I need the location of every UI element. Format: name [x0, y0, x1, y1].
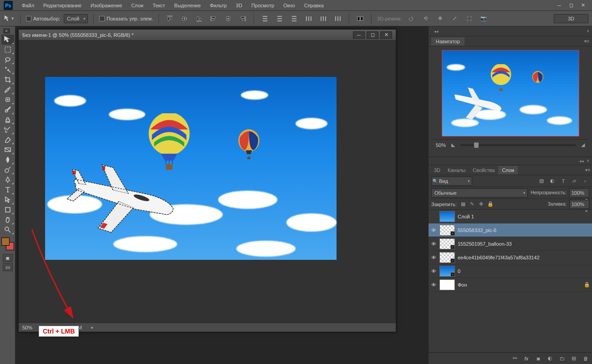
layer-name[interactable]: 0 — [458, 268, 590, 274]
shape-tool[interactable] — [1, 205, 14, 215]
zoom-in-icon[interactable]: ◢ — [581, 142, 585, 148]
window-restore-icon[interactable]: ◻ — [566, 2, 577, 9]
quick-mask-toggle[interactable]: ◙ — [3, 254, 13, 262]
menu-Выделение[interactable]: Выделение — [170, 1, 205, 10]
filter-adjustment-icon[interactable]: ◐ — [548, 177, 556, 185]
distribute-left-icon[interactable] — [303, 13, 314, 24]
layer-thumbnail[interactable]: ▫ — [439, 266, 455, 277]
align-bottom-icon[interactable] — [194, 13, 204, 24]
layer-name[interactable]: 555058333_pic-6 — [458, 228, 590, 233]
align-right-icon[interactable] — [237, 13, 248, 24]
visibility-toggle-icon[interactable]: 👁 — [430, 241, 437, 247]
document-titlebar[interactable]: Без имени-1 @ 50% (555058333_pic-6, RGB/… — [19, 30, 396, 40]
filter-smart-icon[interactable]: ▫ — [581, 177, 589, 185]
align-top-icon[interactable] — [164, 13, 175, 24]
menu-Окно[interactable]: Окно — [279, 1, 300, 10]
lock-position-icon[interactable]: ✥ — [478, 201, 485, 208]
marquee-tool[interactable] — [1, 45, 14, 55]
menu-Файл[interactable]: Файл — [17, 1, 39, 10]
visibility-toggle-icon[interactable]: 👁 — [430, 227, 437, 233]
lasso-tool[interactable] — [1, 55, 14, 65]
zoom-level[interactable]: 50% — [22, 325, 32, 330]
filter-shape-icon[interactable]: ▱ — [570, 177, 578, 185]
hand-tool[interactable] — [1, 215, 14, 225]
window-minimize-icon[interactable]: ─ — [554, 2, 565, 9]
layer-mask-icon[interactable]: ◙ — [535, 355, 542, 362]
3d-camera-icon[interactable]: 📷 — [478, 13, 489, 24]
blend-mode-dropdown[interactable]: Обычные — [431, 188, 528, 197]
brush-tool[interactable] — [1, 105, 14, 115]
menu-Слои[interactable]: Слои — [127, 1, 148, 10]
show-transform-checkbox[interactable]: Показать упр. элем. — [99, 16, 153, 21]
layer-row[interactable]: 👁▫ee4ce41b6049fe71f43a57af8a33142 — [429, 251, 592, 264]
distribute-hcenter-icon[interactable] — [318, 13, 329, 24]
eyedropper-tool[interactable] — [1, 85, 14, 95]
layer-thumbnail[interactable]: ▫ — [439, 238, 455, 249]
quick-select-tool[interactable] — [1, 65, 14, 75]
link-layers-icon[interactable]: ⚯ — [511, 355, 518, 362]
panel-tab-Слои[interactable]: Слои — [498, 166, 518, 174]
gradient-tool[interactable] — [1, 145, 14, 155]
status-arrow-icon[interactable]: ▸ — [91, 324, 94, 330]
panel-collapse-icon[interactable]: ◂◂ — [434, 29, 439, 34]
healing-brush-tool[interactable] — [1, 95, 14, 105]
move-tool-icon[interactable]: ▾ — [4, 13, 15, 24]
fill-input[interactable]: 100% — [569, 200, 589, 209]
layer-group-dropdown[interactable]: Слой — [64, 14, 88, 23]
3d-roll-icon[interactable]: ⟲ — [420, 13, 431, 24]
distribute-vcenter-icon[interactable] — [274, 13, 285, 24]
window-close-icon[interactable]: ✕ — [577, 2, 588, 9]
layer-thumbnail[interactable] — [439, 211, 455, 222]
distribute-top-icon[interactable] — [260, 13, 270, 24]
layer-fx-icon[interactable]: fx — [523, 355, 530, 362]
screen-mode-toggle[interactable]: ▭ — [3, 263, 13, 271]
3d-slide-icon[interactable]: ⤢ — [449, 13, 460, 24]
layers-panel-menu-icon[interactable]: ▾≡ — [585, 167, 590, 172]
menu-Справка[interactable]: Справка — [300, 1, 328, 10]
type-tool[interactable] — [1, 185, 14, 195]
color-swatches[interactable] — [1, 238, 14, 250]
visibility-toggle-icon[interactable]: 👁 — [430, 282, 437, 288]
zoom-out-icon[interactable]: ◣ — [451, 142, 455, 148]
visibility-toggle-icon[interactable] — [430, 213, 437, 220]
menu-3D[interactable]: 3D — [231, 1, 247, 10]
navigator-menu-icon[interactable]: ▾≡ — [584, 39, 589, 44]
doc-close-icon[interactable]: ✕ — [380, 31, 392, 39]
panel-tab-Свойства[interactable]: Свойства — [469, 166, 498, 174]
align-left-icon[interactable] — [208, 13, 219, 24]
lock-pixels-icon[interactable]: ✎ — [469, 201, 476, 208]
menu-Фильтр[interactable]: Фильтр — [205, 1, 231, 10]
doc-maximize-icon[interactable]: ◻ — [367, 31, 378, 39]
clone-stamp-tool[interactable] — [1, 115, 14, 125]
layer-filter-dropdown[interactable]: Вид — [431, 177, 472, 186]
blur-tool[interactable] — [1, 155, 14, 165]
crop-tool[interactable] — [1, 75, 14, 85]
new-layer-icon[interactable]: ▤ — [570, 355, 577, 362]
layer-name[interactable]: Слой 1 — [458, 214, 590, 219]
visibility-toggle-icon[interactable]: 👁 — [430, 254, 437, 261]
dodge-tool[interactable] — [1, 165, 14, 175]
layer-name[interactable]: 1552501957_balloon-33 — [458, 241, 590, 247]
navigator-zoom-value[interactable]: 50% — [436, 142, 446, 148]
layer-row[interactable]: 👁▫1552501957_balloon-33 — [429, 237, 592, 251]
menu-Редактирование[interactable]: Редактирование — [39, 1, 86, 10]
layer-name[interactable]: ee4ce41b6049fe71f43a57af8a33142 — [458, 255, 590, 260]
navigator-thumbnail[interactable] — [442, 50, 579, 136]
tool-tab-close[interactable]: × — [3, 28, 10, 34]
new-group-icon[interactable]: 🗀 — [558, 355, 566, 362]
menu-Изображение[interactable]: Изображение — [86, 1, 127, 10]
distribute-bottom-icon[interactable] — [289, 13, 300, 24]
layer-row[interactable]: 👁▫555058333_pic-6 — [429, 223, 592, 237]
menu-Текст[interactable]: Текст — [148, 1, 170, 10]
move-tool[interactable]: × — [1, 35, 14, 45]
layer-thumbnail[interactable] — [439, 279, 455, 290]
panel-close-icon[interactable]: × — [587, 29, 589, 34]
layer-thumbnail[interactable]: ▫ — [439, 252, 455, 263]
lock-all-icon[interactable]: 🔒 — [487, 201, 494, 208]
panel-tab-Каналы[interactable]: Каналы — [444, 166, 469, 174]
layers-close-icon[interactable]: × — [587, 158, 589, 163]
lock-transparency-icon[interactable]: ▦ — [459, 201, 467, 208]
eraser-tool[interactable] — [1, 135, 14, 145]
layer-name[interactable]: Фон — [458, 282, 581, 288]
pen-tool[interactable] — [1, 175, 14, 185]
